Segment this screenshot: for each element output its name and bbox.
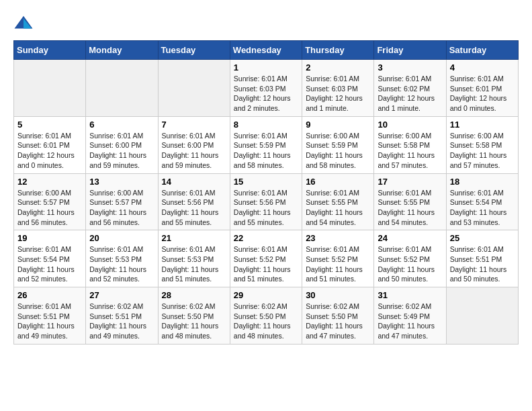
sunrise-label: Sunrise: 6:01 AM [162,245,216,253]
calendar-week-row: 5Sunrise: 6:01 AMSunset: 6:01 PMDaylight… [14,116,519,173]
sunrise-label: Sunrise: 6:00 AM [450,132,504,140]
sunrise-label: Sunrise: 6:01 AM [17,302,71,310]
day-info: Sunrise: 6:01 AMSunset: 6:00 PMDaylight:… [162,131,226,171]
sunset-label: Sunset: 5:52 PM [378,255,430,263]
sunset-label: Sunset: 5:59 PM [306,141,358,149]
calendar-cell: 12Sunrise: 6:00 AMSunset: 5:57 PMDayligh… [14,173,86,230]
sunrise-label: Sunrise: 6:01 AM [450,75,504,83]
day-info: Sunrise: 6:01 AMSunset: 5:56 PMDaylight:… [234,188,298,228]
day-number: 18 [450,177,515,187]
sunset-label: Sunset: 5:56 PM [234,198,286,206]
day-number: 4 [450,62,515,73]
calendar-cell: 13Sunrise: 6:00 AMSunset: 5:57 PMDayligh… [86,173,158,230]
calendar-cell: 30Sunrise: 6:02 AMSunset: 5:50 PMDayligh… [302,287,374,345]
daylight-label: Daylight: 11 hours and 50 minutes. [378,265,435,283]
daylight-label: Daylight: 11 hours and 54 minutes. [378,208,435,226]
sunset-label: Sunset: 5:51 PM [450,255,502,263]
sunset-label: Sunset: 6:03 PM [306,85,358,93]
daylight-label: Daylight: 11 hours and 47 minutes. [306,322,363,340]
daylight-label: Daylight: 11 hours and 58 minutes. [234,151,291,169]
calendar-cell: 15Sunrise: 6:01 AMSunset: 5:56 PMDayligh… [230,173,302,230]
day-number: 26 [17,290,82,300]
day-info: Sunrise: 6:00 AMSunset: 5:57 PMDaylight:… [89,188,154,228]
sunrise-label: Sunrise: 6:01 AM [234,245,287,253]
sunset-label: Sunset: 5:57 PM [17,198,70,206]
sunset-label: Sunset: 5:55 PM [378,198,430,206]
calendar-week-row: 19Sunrise: 6:01 AMSunset: 5:54 PMDayligh… [14,230,519,287]
sunrise-label: Sunrise: 6:01 AM [378,245,431,253]
daylight-label: Daylight: 11 hours and 59 minutes. [162,151,219,169]
day-info: Sunrise: 6:02 AMSunset: 5:50 PMDaylight:… [306,302,370,341]
daylight-label: Daylight: 11 hours and 49 minutes. [17,322,75,340]
day-number: 24 [378,233,442,243]
calendar-week-row: 26Sunrise: 6:01 AMSunset: 5:51 PMDayligh… [14,287,519,345]
sunrise-label: Sunrise: 6:01 AM [378,75,431,83]
sunset-label: Sunset: 6:00 PM [162,141,214,149]
calendar-cell: 25Sunrise: 6:01 AMSunset: 5:51 PMDayligh… [446,230,518,287]
sunrise-label: Sunrise: 6:00 AM [306,132,359,140]
sunrise-label: Sunrise: 6:01 AM [306,75,359,83]
day-number: 28 [162,290,226,300]
day-number: 17 [378,177,442,187]
sunset-label: Sunset: 5:59 PM [234,141,286,149]
calendar-cell: 26Sunrise: 6:01 AMSunset: 5:51 PMDayligh… [14,287,86,345]
daylight-label: Daylight: 11 hours and 57 minutes. [450,151,507,169]
sunrise-label: Sunrise: 6:02 AM [378,302,431,310]
sunset-label: Sunset: 5:51 PM [89,312,142,320]
daylight-label: Daylight: 12 hours and 0 minutes. [17,151,75,169]
daylight-label: Daylight: 11 hours and 57 minutes. [378,151,435,169]
daylight-label: Daylight: 11 hours and 52 minutes. [17,265,75,283]
sunset-label: Sunset: 5:53 PM [89,255,142,263]
day-number: 30 [306,290,370,300]
sunrise-label: Sunrise: 6:01 AM [450,245,504,253]
day-number: 29 [234,290,298,300]
logo-icon [13,13,34,34]
day-info: Sunrise: 6:00 AMSunset: 5:58 PMDaylight:… [378,131,442,171]
day-number: 3 [378,62,442,73]
day-info: Sunrise: 6:01 AMSunset: 6:03 PMDaylight:… [306,74,370,113]
sunset-label: Sunset: 5:54 PM [450,198,502,206]
day-number: 8 [234,120,298,130]
day-number: 6 [89,120,154,130]
day-info: Sunrise: 6:01 AMSunset: 5:51 PMDaylight:… [450,244,515,284]
daylight-label: Daylight: 11 hours and 49 minutes. [89,322,146,340]
calendar-cell: 27Sunrise: 6:02 AMSunset: 5:51 PMDayligh… [86,287,158,345]
daylight-label: Daylight: 11 hours and 51 minutes. [234,265,291,283]
day-number: 5 [17,120,82,130]
sunset-label: Sunset: 5:52 PM [234,255,286,263]
day-number: 31 [378,290,442,300]
calendar-cell: 11Sunrise: 6:00 AMSunset: 5:58 PMDayligh… [446,116,518,173]
day-info: Sunrise: 6:01 AMSunset: 5:54 PMDaylight:… [17,244,82,284]
day-number: 20 [89,233,154,243]
day-info: Sunrise: 6:01 AMSunset: 5:56 PMDaylight:… [162,188,226,228]
page-header [13,13,519,34]
sunrise-label: Sunrise: 6:01 AM [378,189,431,197]
daylight-label: Daylight: 11 hours and 55 minutes. [234,208,291,226]
sunset-label: Sunset: 5:54 PM [17,255,70,263]
day-info: Sunrise: 6:01 AMSunset: 6:01 PMDaylight:… [17,131,82,171]
calendar-week-row: 1Sunrise: 6:01 AMSunset: 6:03 PMDaylight… [14,60,519,117]
sunrise-label: Sunrise: 6:02 AM [306,302,359,310]
calendar-cell: 8Sunrise: 6:01 AMSunset: 5:59 PMDaylight… [230,116,302,173]
daylight-label: Daylight: 12 hours and 1 minute. [378,94,435,112]
sunset-label: Sunset: 5:51 PM [17,312,70,320]
logo [13,13,36,34]
sunrise-label: Sunrise: 6:01 AM [89,245,143,253]
sunset-label: Sunset: 5:58 PM [450,141,502,149]
calendar-cell [158,60,230,117]
calendar-header-row: SundayMondayTuesdayWednesdayThursdayFrid… [14,41,519,60]
sunrise-label: Sunrise: 6:00 AM [89,189,143,197]
sunrise-label: Sunrise: 6:01 AM [234,189,287,197]
sunrise-label: Sunrise: 6:01 AM [17,245,71,253]
day-number: 12 [17,177,82,187]
day-info: Sunrise: 6:02 AMSunset: 5:49 PMDaylight:… [378,302,442,341]
calendar-cell: 17Sunrise: 6:01 AMSunset: 5:55 PMDayligh… [374,173,446,230]
calendar-cell: 6Sunrise: 6:01 AMSunset: 6:00 PMDaylight… [86,116,158,173]
day-info: Sunrise: 6:01 AMSunset: 6:01 PMDaylight:… [450,74,515,113]
sunset-label: Sunset: 6:01 PM [450,85,502,93]
daylight-label: Daylight: 12 hours and 1 minute. [306,94,363,112]
header-friday: Friday [374,41,446,60]
day-number: 9 [306,120,370,130]
day-info: Sunrise: 6:01 AMSunset: 6:02 PMDaylight:… [378,74,442,113]
calendar-cell: 7Sunrise: 6:01 AMSunset: 6:00 PMDaylight… [158,116,230,173]
